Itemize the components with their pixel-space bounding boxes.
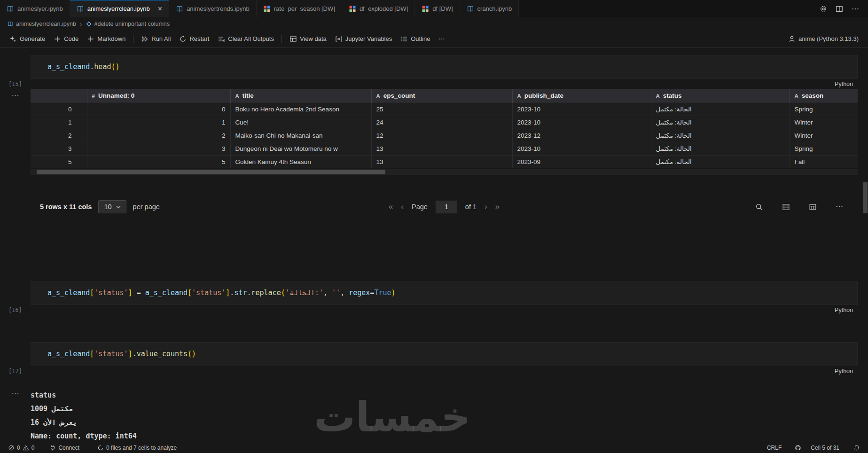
toolbar-more-icon[interactable]: ⋯	[435, 34, 449, 44]
view-data-icon	[289, 35, 297, 43]
table-view-icon[interactable]	[782, 203, 790, 211]
notebook-icon	[7, 5, 14, 13]
tab-cranch[interactable]: cranch.ipynb	[460, 0, 519, 17]
jupyter-variables-button[interactable]: Jupyter Variables	[331, 33, 396, 45]
run-all-button[interactable]: Run All	[137, 33, 174, 45]
cell-language-picker[interactable]: Python	[835, 307, 853, 313]
table-cell: Maiko-san Chi no Makanai-san	[230, 129, 371, 142]
view-data-button[interactable]: View data	[286, 33, 330, 45]
code-editor[interactable]: a_s_cleand['status'].value_counts()	[31, 342, 858, 366]
table-cell: 13	[371, 142, 512, 155]
notebook-icon	[8, 21, 13, 27]
notebook-toolbar: Generate Code Markdown Run All Restart C…	[0, 30, 868, 48]
add-markdown-cell-button[interactable]: Markdown	[83, 33, 129, 45]
tab-label: cranch.ipynb	[477, 5, 512, 12]
next-page-button[interactable]: ›	[485, 202, 487, 211]
tab-animeslyerrclean[interactable]: animeslyerrclean.ipynb ×	[70, 0, 169, 17]
header-eps-count[interactable]: Aeps_count	[371, 89, 512, 102]
tab-animeslyertrends[interactable]: animeslyertrends.ipynb	[169, 0, 257, 17]
notebook-icon	[77, 5, 84, 13]
string-type-icon: A	[517, 93, 521, 99]
table-cell: الحالة: مكتمل	[651, 155, 790, 168]
generate-button[interactable]: Generate	[6, 33, 49, 45]
cell-15-output: ⋯ #Unnamed: 0 Atitle Aeps_count Apublish…	[0, 89, 868, 217]
table-cell: Spring	[790, 102, 858, 116]
connect-status[interactable]: Connect	[46, 442, 83, 453]
chevron-down-icon	[116, 205, 121, 209]
tab-rate-per-season-dw[interactable]: rate_per_season [DW]	[257, 0, 342, 17]
table-row[interactable]: 00Boku no Hero Academia 2nd Season252023…	[31, 102, 858, 116]
prev-page-button[interactable]: ‹	[401, 202, 404, 211]
table-cell: 24	[371, 116, 512, 129]
table-row[interactable]: 22Maiko-san Chi no Makanai-san122023-12ا…	[31, 129, 858, 142]
restart-button[interactable]: Restart	[175, 33, 213, 45]
notebook-icon	[176, 5, 183, 13]
problems-status[interactable]: 0 0	[5, 442, 38, 453]
notifications-button[interactable]	[850, 445, 863, 451]
code-editor[interactable]: a_s_cleand.head()	[31, 55, 858, 79]
horizontal-scrollbar[interactable]	[31, 169, 858, 175]
cell-language-picker[interactable]: Python	[835, 368, 853, 375]
output-menu-icon[interactable]: ⋯	[12, 92, 19, 99]
table-cell: الحالة: مكتمل	[651, 129, 790, 142]
tab-df-dw[interactable]: df [DW]	[415, 0, 460, 17]
toolbar-divider	[282, 35, 282, 43]
kernel-picker[interactable]: anime (Python 3.13.3)	[784, 33, 862, 45]
table-row[interactable]: 55Golden Kamuy 4th Season132023-09الحالة…	[31, 155, 858, 168]
text-output: status1009 مكتمل16 يعرض الأنName: count,…	[31, 389, 858, 443]
eol-indicator[interactable]: CRLF	[764, 445, 785, 451]
search-icon[interactable]	[755, 203, 763, 211]
breadcrumb-section-label: #delete unimportant columns	[94, 21, 170, 27]
warnings-icon	[23, 445, 29, 451]
table-cell: الحالة: مكتمل	[651, 116, 790, 129]
tab-animeslyer[interactable]: animeslyer.ipynb	[0, 0, 70, 17]
header-season[interactable]: Aseason	[790, 89, 858, 102]
outline-button[interactable]: Outline	[397, 33, 434, 45]
horizontal-scrollbar-thumb[interactable]	[37, 170, 385, 174]
table-row[interactable]: 33Dungeon ni Deai wo Motomeru no w132023…	[31, 142, 858, 155]
data-wrangler-icon	[422, 5, 429, 13]
tab-df-exploded-dw[interactable]: df_exploded [DW]	[342, 0, 415, 17]
clear-all-outputs-button[interactable]: Clear All Outputs	[214, 33, 278, 45]
clear-all-icon	[218, 35, 225, 43]
add-code-cell-button[interactable]: Code	[50, 33, 82, 45]
header-status[interactable]: Astatus	[651, 89, 790, 102]
header-title[interactable]: Atitle	[230, 89, 371, 102]
analyze-status[interactable]: 0 files and 7 cells to analyze	[94, 442, 180, 453]
table-cell: Spring	[790, 142, 858, 155]
restart-icon	[179, 35, 187, 43]
header-index[interactable]	[31, 89, 87, 102]
table-cell: 13	[371, 155, 512, 168]
data-wrangler-view-icon[interactable]	[809, 203, 817, 211]
first-page-button[interactable]: «	[389, 202, 393, 211]
per-page-label: per page	[133, 203, 160, 211]
cell-position-indicator[interactable]: Cell 5 of 31	[807, 445, 843, 451]
settings-gear-icon[interactable]	[820, 5, 827, 13]
plus-icon	[54, 35, 61, 43]
code-editor[interactable]: a_s_cleand['status'] = a_s_cleand['statu…	[31, 281, 858, 305]
kernel-icon	[788, 35, 796, 43]
github-status[interactable]	[791, 445, 805, 451]
connect-icon	[49, 445, 56, 451]
output-more-icon[interactable]: ⋯	[836, 203, 844, 211]
page-number-input[interactable]	[436, 201, 457, 213]
table-cell: 1	[31, 116, 87, 129]
table-cell: الحالة: مكتمل	[651, 142, 790, 155]
last-page-button[interactable]: »	[495, 202, 500, 211]
code-line: a_s_cleand.head()	[47, 62, 120, 71]
split-editor-icon[interactable]	[836, 5, 843, 13]
table-row[interactable]: 11Cue!242023-10الحالة: مكتملWinter	[31, 116, 858, 129]
cell-language-picker[interactable]: Python	[835, 81, 853, 87]
table-cell: Cue!	[230, 116, 371, 129]
output-menu-icon[interactable]: ⋯	[12, 390, 19, 397]
header-publish-date[interactable]: Apublish_date	[512, 89, 651, 102]
page-size-select[interactable]: 10	[98, 200, 126, 213]
breadcrumb-section[interactable]: #delete unimportant columns	[86, 21, 170, 27]
header-unnamed-0[interactable]: #Unnamed: 0	[87, 89, 230, 102]
page-of-label: of 1	[465, 203, 477, 211]
more-actions-icon[interactable]: ⋯	[852, 5, 860, 13]
close-icon[interactable]: ×	[158, 5, 162, 13]
table-cell: Dungeon ni Deai wo Motomeru no w	[230, 142, 371, 155]
vertical-scrollbar-thumb[interactable]	[863, 182, 868, 213]
breadcrumb-file[interactable]: animeslyerrclean.ipynb	[8, 21, 76, 27]
